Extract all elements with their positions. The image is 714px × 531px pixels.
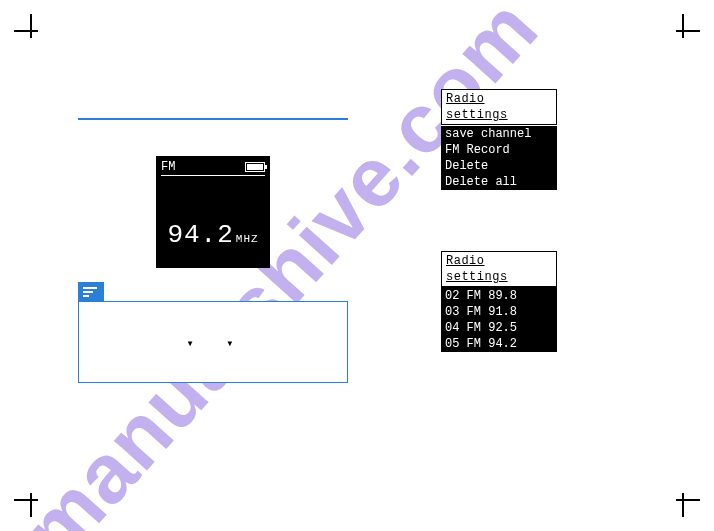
radio-screen: FM 94.2 MHZ — [156, 156, 270, 268]
crop-mark-br — [672, 489, 700, 517]
menu-header: Radio settings — [441, 89, 557, 125]
crop-mark-tr — [672, 14, 700, 42]
channel-list-item[interactable]: 02 FM 89.8 — [445, 288, 553, 304]
crop-mark-bl — [14, 489, 42, 517]
channel-list-item[interactable]: 05 FM 94.2 — [445, 336, 553, 352]
channel-list-item[interactable]: 03 FM 91.8 — [445, 304, 553, 320]
note-callout-box: ▾ ▾ — [78, 301, 348, 383]
menu-item-save-channel[interactable]: save channel — [445, 126, 553, 142]
note-icon — [78, 282, 104, 302]
channel-list-menu: Radio settings 01 FM 87.8 02 FM 89.8 03 … — [441, 270, 557, 352]
channel-list-item[interactable]: 04 FM 92.5 — [445, 320, 553, 336]
menu-item-delete-all[interactable]: Delete all — [445, 174, 553, 190]
radio-frequency-unit: MHZ — [236, 233, 259, 245]
note-arrows: ▾ ▾ — [79, 336, 347, 351]
radio-band-label: FM — [161, 160, 175, 174]
menu-item-fm-record[interactable]: FM Record — [445, 142, 553, 158]
radio-frequency-value: 94.2 — [167, 220, 233, 250]
menu-item-delete[interactable]: Delete — [445, 158, 553, 174]
menu-header: Radio settings — [441, 251, 557, 287]
battery-icon — [245, 162, 265, 172]
section-divider — [78, 118, 348, 120]
crop-mark-tl — [14, 14, 42, 42]
radio-settings-menu: Radio settings Auto search save channel … — [441, 108, 557, 190]
